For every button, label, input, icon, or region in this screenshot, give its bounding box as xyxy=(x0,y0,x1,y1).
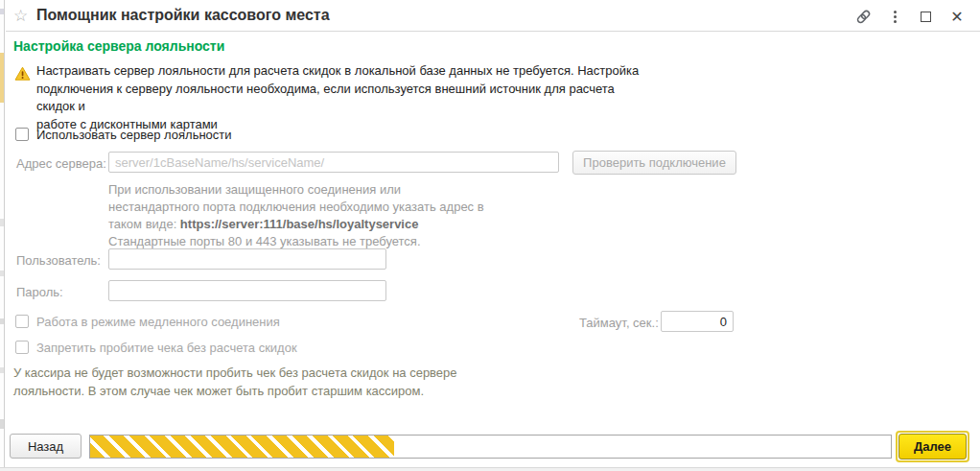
next-button-highlight-ring: Далее xyxy=(896,431,969,462)
app-window: ☆ Помощник настройки кассового места ✕ Н… xyxy=(0,0,980,471)
sliver-fragment xyxy=(0,271,4,276)
timeout-label: Таймаут, сек.: xyxy=(579,316,659,330)
address-help-text: При использовании защищенного соединения… xyxy=(108,181,484,250)
server-address-label: Адрес сервера: xyxy=(16,156,106,171)
warning-icon xyxy=(14,66,31,84)
cashier-note: У кассира не будет возможности пробить ч… xyxy=(13,364,457,400)
password-input[interactable] xyxy=(108,280,386,301)
help-line: нестандартного порта подключения необход… xyxy=(108,199,484,216)
server-address-input[interactable] xyxy=(108,152,559,173)
slow-connection-label[interactable]: Работа в режиме медленного соединения xyxy=(36,315,280,329)
timeout-input[interactable] xyxy=(661,311,734,332)
sliver-fragment xyxy=(0,53,4,103)
help-line: При использовании защищенного соединения… xyxy=(108,181,484,199)
sliver-fragment xyxy=(0,419,4,429)
progress-bar xyxy=(89,435,892,459)
slow-connection-checkbox[interactable] xyxy=(15,315,29,328)
sliver-fragment xyxy=(0,219,4,226)
close-icon[interactable]: ✕ xyxy=(948,8,966,25)
cashier-note-line: лояльности. В этом случае чек может быть… xyxy=(13,382,457,400)
warning-text: Настраивать сервер лояльности для расчет… xyxy=(36,62,650,133)
favorite-star-icon[interactable]: ☆ xyxy=(13,6,28,26)
example-url: https://server:111/base/hs/loyaltyservic… xyxy=(180,217,419,231)
sliver-fragment xyxy=(0,367,4,373)
use-loyalty-server-checkbox[interactable] xyxy=(15,128,29,141)
window-bottom-edge xyxy=(0,467,980,471)
sliver-fragment xyxy=(0,318,4,324)
password-label: Пароль: xyxy=(16,285,63,299)
page-heading: Настройка сервера лояльности xyxy=(13,38,224,54)
sliver-fragment xyxy=(0,9,4,14)
check-connection-button[interactable]: Проверить подключение xyxy=(572,151,736,175)
use-loyalty-server-label[interactable]: Использовать сервер лояльности xyxy=(36,128,232,142)
back-button[interactable]: Назад xyxy=(10,434,82,459)
forbid-receipt-checkbox[interactable] xyxy=(15,341,29,354)
user-input[interactable] xyxy=(108,248,386,270)
forbid-receipt-label[interactable]: Запретить пробитие чека без расчета скид… xyxy=(36,341,297,355)
warning-line: Настраивать сервер лояльности для расчет… xyxy=(36,62,650,81)
help-line: таком виде: https://server:111/base/hs/l… xyxy=(108,216,484,233)
user-label: Пользователь: xyxy=(16,253,101,268)
background-window-sliver xyxy=(0,0,5,471)
warning-line: подключения к серверу лояльности необход… xyxy=(36,81,650,116)
window-title: Помощник настройки кассового места xyxy=(36,7,330,24)
title-bar: ☆ Помощник настройки кассового места ✕ xyxy=(6,0,980,32)
maximize-icon[interactable] xyxy=(917,8,934,25)
more-menu-icon[interactable] xyxy=(886,8,903,25)
copy-link-icon[interactable] xyxy=(854,8,872,25)
progress-fill xyxy=(90,436,394,458)
cashier-note-line: У кассира не будет возможности пробить ч… xyxy=(13,364,457,382)
next-button[interactable]: Далее xyxy=(898,434,967,459)
